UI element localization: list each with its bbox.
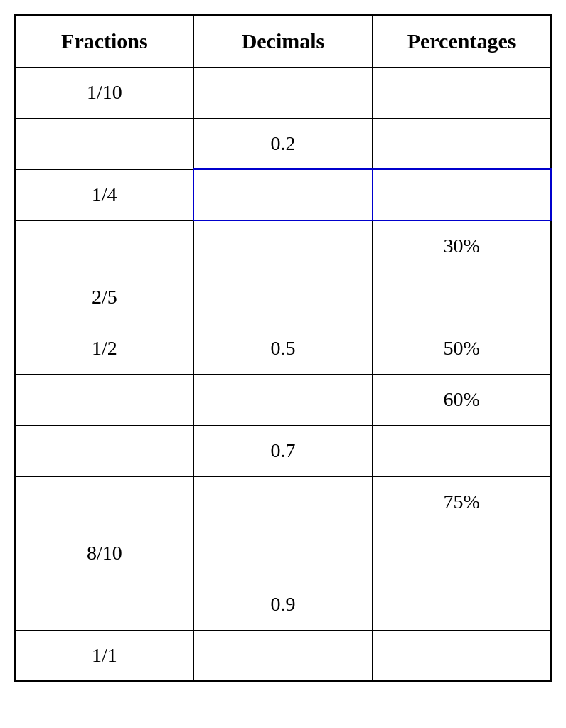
cell-fraction [15,374,193,425]
header-fractions: Fractions [15,15,193,67]
cell-decimal [193,220,372,272]
table-row: 1/10 [15,67,551,118]
cell-percentage [373,118,551,169]
cell-decimal: 0.7 [193,425,372,476]
table-row: 1/4 [15,169,551,220]
cell-decimal: 0.2 [193,118,372,169]
cell-fraction: 1/2 [15,323,193,374]
cell-percentage [373,169,551,220]
cell-percentage [373,425,551,476]
cell-decimal [193,67,372,118]
cell-percentage [373,630,551,681]
fractions-decimals-percentages-table: Fractions Decimals Percentages 1/100.21/… [14,14,552,682]
header-row: Fractions Decimals Percentages [15,15,551,67]
cell-fraction [15,579,193,630]
cell-fraction [15,425,193,476]
cell-decimal [193,169,372,220]
table-row: 0.2 [15,118,551,169]
cell-decimal [193,272,372,323]
table-row: 75% [15,476,551,528]
cell-fraction: 1/4 [15,169,193,220]
cell-decimal [193,374,372,425]
cell-decimal [193,630,372,681]
table-row: 60% [15,374,551,425]
cell-decimal [193,476,372,528]
table-wrapper: Fractions Decimals Percentages 1/100.21/… [14,14,552,682]
table-row: 2/5 [15,272,551,323]
cell-fraction: 1/1 [15,630,193,681]
cell-fraction: 8/10 [15,528,193,579]
cell-percentage: 60% [373,374,551,425]
cell-percentage [373,528,551,579]
cell-percentage: 30% [373,220,551,272]
table-row: 8/10 [15,528,551,579]
cell-fraction [15,476,193,528]
table-row: 0.9 [15,579,551,630]
cell-fraction: 1/10 [15,67,193,118]
cell-percentage: 75% [373,476,551,528]
cell-decimal: 0.5 [193,323,372,374]
cell-fraction: 2/5 [15,272,193,323]
header-percentages: Percentages [373,15,551,67]
table-row: 1/1 [15,630,551,681]
cell-percentage [373,579,551,630]
cell-fraction [15,220,193,272]
header-decimals: Decimals [193,15,372,67]
table-row: 30% [15,220,551,272]
cell-decimal [193,528,372,579]
table-row: 0.7 [15,425,551,476]
cell-fraction [15,118,193,169]
cell-percentage [373,67,551,118]
table-row: 1/20.550% [15,323,551,374]
cell-percentage [373,272,551,323]
cell-percentage: 50% [373,323,551,374]
cell-decimal: 0.9 [193,579,372,630]
